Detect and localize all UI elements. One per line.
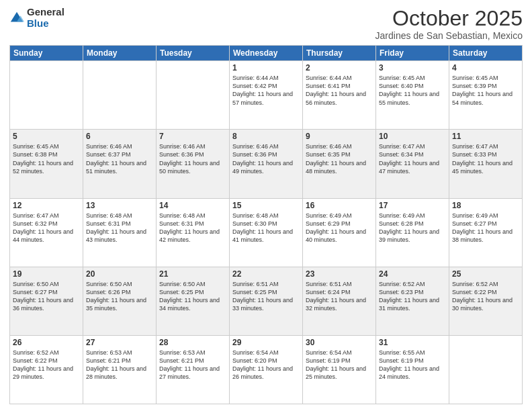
calendar-week-row: 12Sunrise: 6:47 AMSunset: 6:32 PMDayligh… [10, 198, 523, 267]
cell-details: Sunrise: 6:55 AMSunset: 6:19 PMDaylight:… [379, 349, 446, 381]
table-row: 13Sunrise: 6:48 AMSunset: 6:31 PMDayligh… [83, 198, 157, 267]
day-number: 30 [306, 338, 373, 347]
logo: General Blue [9, 7, 64, 29]
day-number: 1 [232, 63, 300, 73]
table-row: 1Sunrise: 6:44 AMSunset: 6:42 PMDaylight… [230, 61, 303, 130]
cell-details: Sunrise: 6:48 AMSunset: 6:31 PMDaylight:… [86, 212, 153, 244]
cell-details: Sunrise: 6:52 AMSunset: 6:22 PMDaylight:… [13, 349, 80, 381]
col-wednesday: Wednesday [230, 46, 303, 61]
table-row [83, 61, 157, 130]
day-number: 5 [13, 132, 80, 141]
calendar-week-row: 19Sunrise: 6:50 AMSunset: 6:27 PMDayligh… [10, 267, 523, 335]
cell-details: Sunrise: 6:51 AMSunset: 6:25 PMDaylight:… [232, 280, 300, 313]
day-number: 16 [306, 201, 373, 210]
day-number: 12 [13, 201, 80, 210]
table-row: 12Sunrise: 6:47 AMSunset: 6:32 PMDayligh… [10, 198, 83, 267]
day-number: 20 [86, 269, 153, 279]
day-number: 29 [232, 338, 300, 347]
cell-details: Sunrise: 6:45 AMSunset: 6:39 PMDaylight:… [452, 74, 519, 107]
table-row: 17Sunrise: 6:49 AMSunset: 6:28 PMDayligh… [376, 198, 449, 267]
table-row: 15Sunrise: 6:48 AMSunset: 6:30 PMDayligh… [230, 198, 303, 267]
col-tuesday: Tuesday [157, 46, 230, 61]
table-row: 3Sunrise: 6:45 AMSunset: 6:40 PMDaylight… [376, 61, 449, 130]
table-row: 26Sunrise: 6:52 AMSunset: 6:22 PMDayligh… [10, 335, 83, 404]
table-row: 8Sunrise: 6:46 AMSunset: 6:36 PMDaylight… [230, 130, 303, 198]
day-number: 23 [306, 269, 373, 279]
cell-details: Sunrise: 6:50 AMSunset: 6:27 PMDaylight:… [13, 280, 80, 313]
day-number: 21 [159, 269, 226, 279]
table-row: 14Sunrise: 6:48 AMSunset: 6:31 PMDayligh… [157, 198, 230, 267]
day-number: 7 [159, 132, 226, 141]
table-row: 29Sunrise: 6:54 AMSunset: 6:20 PMDayligh… [230, 335, 303, 404]
table-row: 21Sunrise: 6:50 AMSunset: 6:25 PMDayligh… [157, 267, 230, 335]
day-number: 11 [452, 132, 519, 141]
cell-details: Sunrise: 6:48 AMSunset: 6:30 PMDaylight:… [232, 212, 300, 244]
table-row: 11Sunrise: 6:47 AMSunset: 6:33 PMDayligh… [449, 130, 523, 198]
cell-details: Sunrise: 6:50 AMSunset: 6:26 PMDaylight:… [86, 280, 153, 313]
day-number: 14 [159, 201, 226, 210]
table-row: 16Sunrise: 6:49 AMSunset: 6:29 PMDayligh… [303, 198, 376, 267]
logo-icon [9, 11, 24, 26]
col-saturday: Saturday [449, 46, 523, 61]
table-row: 5Sunrise: 6:45 AMSunset: 6:38 PMDaylight… [10, 130, 83, 198]
table-row: 9Sunrise: 6:46 AMSunset: 6:35 PMDaylight… [303, 130, 376, 198]
cell-details: Sunrise: 6:53 AMSunset: 6:21 PMDaylight:… [86, 349, 153, 381]
table-row: 19Sunrise: 6:50 AMSunset: 6:27 PMDayligh… [10, 267, 83, 335]
table-row: 4Sunrise: 6:45 AMSunset: 6:39 PMDaylight… [449, 61, 523, 130]
cell-details: Sunrise: 6:46 AMSunset: 6:37 PMDaylight:… [86, 142, 153, 175]
day-number: 13 [86, 201, 153, 210]
logo-text: General Blue [27, 7, 64, 29]
table-row: 20Sunrise: 6:50 AMSunset: 6:26 PMDayligh… [83, 267, 157, 335]
table-row: 31Sunrise: 6:55 AMSunset: 6:19 PMDayligh… [376, 335, 449, 404]
day-number: 2 [306, 63, 373, 73]
day-number: 24 [379, 269, 446, 279]
table-row: 7Sunrise: 6:46 AMSunset: 6:36 PMDaylight… [157, 130, 230, 198]
month-title: October 2025 [375, 7, 523, 30]
calendar-week-row: 5Sunrise: 6:45 AMSunset: 6:38 PMDaylight… [10, 130, 523, 198]
table-row: 30Sunrise: 6:54 AMSunset: 6:19 PMDayligh… [303, 335, 376, 404]
table-row: 6Sunrise: 6:46 AMSunset: 6:37 PMDaylight… [83, 130, 157, 198]
day-number: 22 [232, 269, 300, 279]
cell-details: Sunrise: 6:44 AMSunset: 6:42 PMDaylight:… [232, 74, 300, 107]
cell-details: Sunrise: 6:51 AMSunset: 6:24 PMDaylight:… [306, 280, 373, 313]
calendar-body: 1Sunrise: 6:44 AMSunset: 6:42 PMDaylight… [10, 61, 523, 404]
table-row: 25Sunrise: 6:52 AMSunset: 6:22 PMDayligh… [449, 267, 523, 335]
calendar-table: Sunday Monday Tuesday Wednesday Thursday… [9, 45, 523, 404]
day-number: 18 [452, 201, 519, 210]
cell-details: Sunrise: 6:49 AMSunset: 6:27 PMDaylight:… [452, 212, 519, 244]
col-friday: Friday [376, 46, 449, 61]
calendar-week-row: 26Sunrise: 6:52 AMSunset: 6:22 PMDayligh… [10, 335, 523, 404]
cell-details: Sunrise: 6:46 AMSunset: 6:36 PMDaylight:… [232, 142, 300, 175]
logo-general-text: General [27, 7, 64, 18]
col-sunday: Sunday [10, 46, 83, 61]
cell-details: Sunrise: 6:52 AMSunset: 6:22 PMDaylight:… [452, 280, 519, 313]
table-row [10, 61, 83, 130]
logo-blue-text: Blue [27, 18, 64, 30]
col-monday: Monday [83, 46, 157, 61]
cell-details: Sunrise: 6:44 AMSunset: 6:41 PMDaylight:… [306, 74, 373, 107]
table-row: 2Sunrise: 6:44 AMSunset: 6:41 PMDaylight… [303, 61, 376, 130]
page: General Blue October 2025 Jardines de Sa… [0, 0, 532, 411]
cell-details: Sunrise: 6:45 AMSunset: 6:38 PMDaylight:… [13, 142, 80, 175]
day-number: 9 [306, 132, 373, 141]
day-number: 8 [232, 132, 300, 141]
cell-details: Sunrise: 6:49 AMSunset: 6:29 PMDaylight:… [306, 212, 373, 244]
table-row: 28Sunrise: 6:53 AMSunset: 6:21 PMDayligh… [157, 335, 230, 404]
day-number: 25 [452, 269, 519, 279]
cell-details: Sunrise: 6:46 AMSunset: 6:35 PMDaylight:… [306, 142, 373, 175]
day-number: 6 [86, 132, 153, 141]
day-number: 17 [379, 201, 446, 210]
day-number: 27 [86, 338, 153, 347]
table-row: 10Sunrise: 6:47 AMSunset: 6:34 PMDayligh… [376, 130, 449, 198]
table-row [449, 335, 523, 404]
cell-details: Sunrise: 6:48 AMSunset: 6:31 PMDaylight:… [159, 212, 226, 244]
day-number: 26 [13, 338, 80, 347]
day-number: 15 [232, 201, 300, 210]
cell-details: Sunrise: 6:52 AMSunset: 6:23 PMDaylight:… [379, 280, 446, 313]
day-number: 28 [159, 338, 226, 347]
day-number: 31 [379, 338, 446, 347]
calendar-header-row: Sunday Monday Tuesday Wednesday Thursday… [10, 46, 523, 61]
cell-details: Sunrise: 6:46 AMSunset: 6:36 PMDaylight:… [159, 142, 226, 175]
day-number: 3 [379, 63, 446, 73]
table-row: 23Sunrise: 6:51 AMSunset: 6:24 PMDayligh… [303, 267, 376, 335]
